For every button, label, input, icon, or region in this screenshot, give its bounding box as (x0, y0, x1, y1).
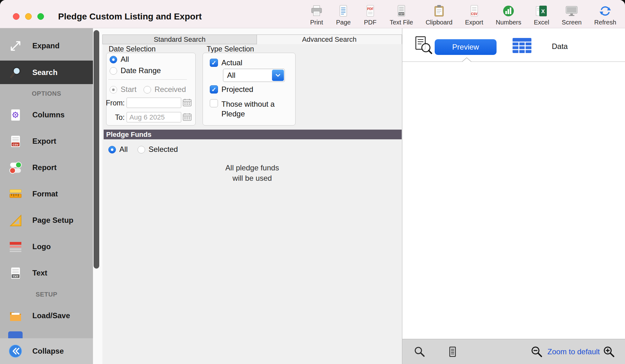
svg-text:CSV: CSV (13, 143, 19, 146)
radio-selected-icon (110, 56, 117, 63)
preview-panel: Preview Data (402, 28, 625, 364)
panel-top-strip (102, 28, 402, 35)
radio-start-date[interactable]: Start (110, 85, 137, 94)
excel-icon: X (535, 4, 548, 18)
page-button[interactable]: Page (336, 4, 351, 26)
magnifier-tool-icon[interactable] (414, 346, 425, 357)
calendar-icon (182, 98, 192, 107)
svg-text:TXT: TXT (13, 275, 19, 278)
sidebar-item-logo[interactable]: Logo (0, 233, 93, 260)
screen-icon (565, 4, 579, 18)
checkbox-checked-icon (210, 59, 218, 67)
page-icon (336, 4, 350, 18)
sidebar-item-partial (8, 331, 23, 338)
checkbox-actual[interactable]: Actual (210, 58, 242, 67)
preview-content-area (402, 62, 625, 339)
checkbox-checked-icon (210, 85, 218, 94)
preview-tab-caret (462, 57, 471, 62)
to-calendar-button[interactable] (182, 113, 192, 121)
type-selection-title: Type Selection (207, 45, 254, 53)
radio-unselected-icon (110, 67, 117, 75)
radio-date-range[interactable]: Date Range (110, 66, 161, 75)
document-tool-icon[interactable] (447, 346, 458, 357)
zoom-out-button[interactable] (530, 345, 543, 358)
svg-text:X: X (541, 8, 545, 14)
pledge-funds-title: Pledge Funds (106, 131, 151, 139)
sidebar-item-load-save[interactable]: Load/Save (0, 302, 93, 329)
sidebar-item-text[interactable]: TXT Text (0, 260, 93, 286)
fullscreen-window-button[interactable] (37, 13, 44, 20)
radio-date-all[interactable]: All (110, 55, 129, 64)
checkbox-projected[interactable]: Projected (210, 85, 253, 94)
sidebar-item-report[interactable]: Report (0, 154, 93, 181)
collapse-chevrons-icon (8, 344, 23, 358)
checkbox-unchecked-icon (210, 99, 218, 107)
tab-advanced-search[interactable]: Advanced Search (257, 35, 402, 44)
sidebar-item-columns[interactable]: Columns (0, 102, 93, 128)
refresh-icon (598, 4, 612, 18)
columns-gear-icon (8, 108, 23, 122)
csv-file-icon: CSV (8, 134, 23, 148)
from-calendar-button[interactable] (182, 98, 192, 107)
clipboard-button[interactable]: Clipboard (426, 4, 453, 26)
text-file-button[interactable]: TXT Text File (390, 4, 413, 26)
radio-funds-selected[interactable]: Selected (138, 145, 178, 154)
checkbox-those-without-pledge[interactable]: Those without a Pledge (210, 99, 284, 119)
pdf-button[interactable]: PDF PDF (363, 4, 377, 26)
sidebar-collapse-button[interactable]: Collapse (0, 338, 93, 364)
refresh-button[interactable]: Refresh (594, 4, 616, 26)
logo-stripes-icon (8, 239, 23, 254)
sidebar-item-search[interactable]: Search (0, 61, 93, 84)
preview-button[interactable]: Preview (435, 39, 497, 55)
preview-document-icon[interactable] (413, 35, 433, 55)
numbers-icon (502, 4, 515, 18)
sidebar: Expand Search OPTIONS (0, 28, 93, 338)
radio-selected-icon (108, 146, 116, 153)
svg-text:PDF: PDF (367, 7, 373, 11)
search-panel: Standard Search Advanced Search Date Sel… (102, 28, 402, 364)
sidebar-item-export[interactable]: CSV Export (0, 128, 93, 154)
excel-button[interactable]: X Excel (534, 4, 549, 26)
pledge-funds-note: All pledge funds will be used (102, 163, 402, 183)
sidebar-scrollbar-track (93, 28, 102, 364)
numbers-button[interactable]: Numbers (496, 4, 521, 26)
clipboard-icon (432, 4, 446, 18)
data-tab-label: Data (552, 42, 568, 51)
set-square-icon (8, 213, 23, 228)
search-tabbar: Standard Search Advanced Search (102, 35, 402, 44)
to-date-input[interactable] (127, 112, 181, 122)
type-selection-group: Actual All Projected Those without a Ple… (203, 53, 296, 126)
export-button[interactable]: CSV Export (465, 4, 483, 26)
from-date-input[interactable] (127, 98, 181, 108)
pledge-funds-header: Pledge Funds (104, 130, 402, 139)
text-file-icon: TXT (394, 4, 408, 18)
from-label: From: (105, 99, 125, 107)
close-window-button[interactable] (13, 13, 19, 20)
sidebar-item-expand[interactable]: Expand (0, 33, 93, 59)
radio-funds-all[interactable]: All (108, 145, 128, 154)
expand-icon (8, 39, 23, 53)
zoom-to-default-link[interactable]: Zoom to default (547, 347, 600, 356)
print-button[interactable]: Print (310, 4, 323, 26)
tab-standard-search[interactable]: Standard Search (102, 35, 257, 44)
sidebar-section-setup: SETUP (0, 290, 93, 299)
svg-text:TXT: TXT (399, 13, 404, 15)
txt-file-icon: TXT (8, 266, 23, 280)
chevron-down-icon (272, 70, 284, 81)
date-selection-title: Date Selection (109, 45, 156, 53)
screen-button[interactable]: Screen (562, 4, 582, 26)
zoom-in-button[interactable] (603, 345, 615, 358)
radio-received-date[interactable]: Received (144, 85, 186, 94)
report-toggles-icon (8, 160, 23, 175)
radio-unselected-icon (138, 146, 145, 153)
toolbar: Print Page PDF (310, 0, 616, 28)
actual-filter-dropdown[interactable]: All (223, 69, 285, 82)
data-tab[interactable]: Data (512, 35, 581, 57)
app-window: Pledge Custom Listing and Export Print (0, 0, 625, 364)
sidebar-item-page-setup[interactable]: Page Setup (0, 207, 93, 233)
sidebar-scrollbar-thumb[interactable] (94, 30, 99, 269)
sidebar-item-format[interactable]: Format (0, 181, 93, 207)
printer-icon (310, 4, 323, 18)
minimize-window-button[interactable] (25, 13, 32, 20)
date-selection-group: All Date Range Start Received From: (106, 53, 196, 126)
